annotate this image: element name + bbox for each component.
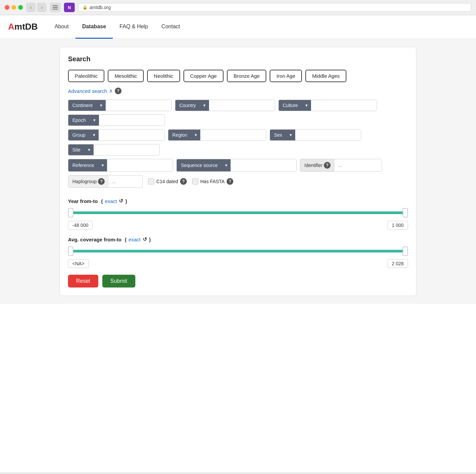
content: Search Paleolithic Mesolithic Neolithic … xyxy=(0,39,476,304)
has-fasta-label: Has FASTA xyxy=(200,179,225,184)
culture-filter[interactable]: Culture ▼ xyxy=(278,100,377,111)
period-bronze-age[interactable]: Bronze Age xyxy=(227,70,267,82)
nav-database[interactable]: Database xyxy=(75,15,113,39)
has-fasta-checkbox[interactable] xyxy=(192,178,198,184)
continent-input[interactable] xyxy=(106,100,171,111)
epoch-filter[interactable]: Epoch ▼ xyxy=(68,114,165,126)
reference-filter[interactable]: Reference ▼ xyxy=(68,159,173,172)
haplogroup-input[interactable] xyxy=(109,175,142,188)
sex-filter[interactable]: Sex ▼ xyxy=(270,129,361,141)
period-middle-ages[interactable]: Middle Ages xyxy=(305,70,346,82)
nav-contact[interactable]: Contact xyxy=(155,15,187,39)
c14-dated-checkbox[interactable] xyxy=(148,178,154,184)
continent-label: Continent xyxy=(68,100,97,111)
region-input[interactable] xyxy=(200,130,266,140)
logo[interactable]: AmtDB xyxy=(8,22,38,32)
period-paleolithic[interactable]: Paleolithic xyxy=(68,70,104,82)
year-slider-values: -48 000 1 000 xyxy=(68,221,408,230)
filter-row-3: Reference ▼ Sequence source ▼ Identifier… xyxy=(68,159,408,172)
sex-input[interactable] xyxy=(295,130,361,140)
site-label: Site xyxy=(68,144,84,155)
c14-dated-group: C14 dated ? xyxy=(148,178,187,185)
sequence-source-input[interactable] xyxy=(231,159,296,171)
group-filter[interactable]: Group ▼ xyxy=(68,129,165,141)
chevron-up-icon: ∧ xyxy=(109,88,113,94)
logo-a: A xyxy=(8,22,14,32)
year-track-fill xyxy=(68,211,408,214)
nav-faq[interactable]: FAQ & Help xyxy=(113,15,155,39)
region-arrow: ▼ xyxy=(191,130,200,140)
coverage-slider-handle-left[interactable] xyxy=(68,246,73,256)
onenote-button[interactable]: N xyxy=(64,3,75,12)
traffic-lights xyxy=(5,5,23,10)
identifier-filter[interactable]: Identifier ? xyxy=(300,159,382,172)
identifier-help-icon[interactable]: ? xyxy=(324,162,331,169)
year-exact-link[interactable]: exact xyxy=(105,198,117,204)
year-min-value: -48 000 xyxy=(68,221,93,230)
filter-row-1: Continent ▼ Country ▼ Culture ▼ xyxy=(68,100,408,126)
c14-dated-label: C14 dated xyxy=(156,179,178,184)
url-text: amtdb.org xyxy=(90,5,111,10)
logo-suffix: mtDB xyxy=(14,22,38,32)
sex-label: Sex xyxy=(270,130,286,140)
submit-button[interactable]: Submit xyxy=(102,275,135,287)
country-input[interactable] xyxy=(209,100,275,111)
identifier-label: Identifier ? xyxy=(300,159,335,171)
c14-dated-help-icon[interactable]: ? xyxy=(180,178,187,185)
continent-filter[interactable]: Continent ▼ xyxy=(68,100,172,111)
epoch-input[interactable] xyxy=(99,115,165,126)
year-slider-handle-left[interactable] xyxy=(68,208,73,217)
advanced-search-toggle[interactable]: Advanced search ∧ ? xyxy=(68,88,408,94)
period-iron-age[interactable]: Iron Age xyxy=(270,70,302,82)
year-reset-icon[interactable]: ↺ xyxy=(119,198,123,204)
minimize-button[interactable] xyxy=(11,5,16,10)
period-neolithic[interactable]: Neolithic xyxy=(147,70,180,82)
advanced-search-help-icon[interactable]: ? xyxy=(115,88,122,94)
coverage-max-value: 2 028 xyxy=(387,259,408,268)
site-input[interactable] xyxy=(94,144,159,155)
epoch-arrow: ▼ xyxy=(90,115,99,126)
region-label: Region xyxy=(168,130,191,140)
period-copper-age[interactable]: Copper Age xyxy=(183,70,224,82)
has-fasta-help-icon[interactable]: ? xyxy=(227,178,233,185)
culture-input[interactable] xyxy=(311,100,377,111)
reference-arrow: ▼ xyxy=(98,159,107,171)
period-mesolithic[interactable]: Mesolithic xyxy=(108,70,144,82)
coverage-slider-handle-right[interactable] xyxy=(403,246,408,256)
identifier-input[interactable] xyxy=(335,159,382,171)
has-fasta-group: Has FASTA ? xyxy=(192,178,233,185)
reset-button[interactable]: Reset xyxy=(68,275,98,287)
address-bar[interactable]: 🔒 amtdb.org xyxy=(78,3,471,12)
top-nav: AmtDB About Database FAQ & Help Contact xyxy=(0,15,476,39)
sequence-source-filter[interactable]: Sequence source ▼ xyxy=(176,159,297,172)
haplogroup-filter[interactable]: Haplogroup ? xyxy=(68,175,143,188)
reference-input[interactable] xyxy=(107,159,173,171)
search-card: Search Paleolithic Mesolithic Neolithic … xyxy=(60,47,416,296)
epoch-label: Epoch xyxy=(68,115,90,126)
back-button[interactable]: ‹ xyxy=(26,3,36,12)
haplogroup-help-icon[interactable]: ? xyxy=(98,178,105,185)
group-input[interactable] xyxy=(99,130,164,140)
year-slider-track xyxy=(68,207,408,218)
nav-about[interactable]: About xyxy=(48,15,75,39)
haplogroup-label: Haplogroup ? xyxy=(68,175,109,188)
country-filter[interactable]: Country ▼ xyxy=(175,100,275,111)
year-slider-handle-right[interactable] xyxy=(403,208,408,217)
culture-arrow: ▼ xyxy=(302,100,311,111)
maximize-button[interactable] xyxy=(18,5,23,10)
site-filter[interactable]: Site ▼ xyxy=(68,144,160,156)
close-button[interactable] xyxy=(5,5,9,10)
svg-rect-2 xyxy=(53,9,58,9)
year-max-value: 1 000 xyxy=(387,221,408,230)
haplogroup-row: Haplogroup ? C14 dated ? Has FASTA ? xyxy=(68,175,408,188)
coverage-exact-link[interactable]: exact xyxy=(129,237,141,242)
region-filter[interactable]: Region ▼ xyxy=(168,129,266,141)
coverage-reset-icon[interactable]: ↺ xyxy=(143,236,147,242)
svg-rect-1 xyxy=(53,7,58,8)
action-buttons: Reset Submit xyxy=(68,275,408,287)
sidebar-button[interactable] xyxy=(50,3,61,12)
forward-button[interactable]: › xyxy=(37,3,46,12)
year-slider-section: Year from-to (exact ↺) -48 000 1 000 xyxy=(68,198,408,230)
coverage-slider-track xyxy=(68,246,408,257)
filter-grid: Continent ▼ Country ▼ Culture ▼ xyxy=(68,100,408,191)
